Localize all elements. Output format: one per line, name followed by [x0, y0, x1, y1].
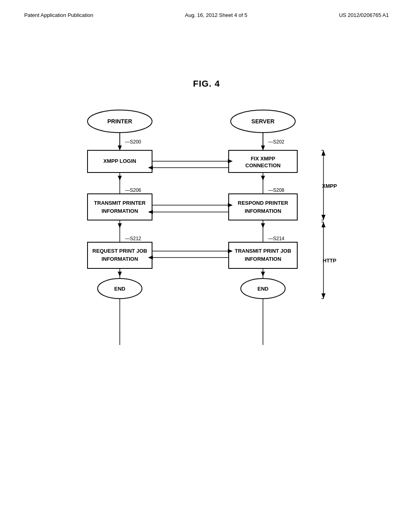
svg-text:REQUEST PRINT JOB: REQUEST PRINT JOB	[92, 248, 147, 254]
svg-text:PRINTER: PRINTER	[107, 118, 132, 125]
svg-text:HTTP: HTTP	[323, 258, 336, 264]
svg-marker-52	[261, 272, 265, 276]
svg-marker-49	[118, 272, 122, 276]
svg-text:INFORMATION: INFORMATION	[245, 208, 282, 214]
svg-marker-21	[118, 176, 122, 181]
svg-text:―S206: ―S206	[125, 187, 141, 193]
svg-text:―S200: ―S200	[125, 139, 141, 145]
svg-rect-23	[88, 194, 152, 220]
svg-marker-58	[321, 150, 325, 156]
svg-rect-37	[88, 242, 152, 268]
svg-marker-64	[321, 222, 325, 227]
svg-text:TRANSMIT PRINTER: TRANSMIT PRINTER	[94, 200, 146, 206]
svg-text:XMPP: XMPP	[322, 183, 337, 189]
svg-text:INFORMATION: INFORMATION	[102, 256, 138, 262]
svg-rect-42	[229, 242, 297, 268]
diagram-container: PRINTER SERVER ―S200 XMPP LOGIN ―S202 FI…	[49, 105, 364, 379]
svg-marker-12	[261, 145, 265, 150]
svg-text:SERVER: SERVER	[251, 118, 274, 125]
svg-text:FIX XMPP: FIX XMPP	[251, 156, 275, 162]
svg-marker-59	[321, 215, 325, 220]
svg-marker-40	[261, 223, 265, 228]
svg-text:END: END	[114, 286, 125, 292]
svg-text:INFORMATION: INFORMATION	[245, 256, 282, 262]
page-header: Patent Application Publication Aug. 16, …	[0, 0, 413, 22]
svg-text:―S202: ―S202	[268, 139, 284, 145]
svg-rect-28	[229, 194, 297, 220]
svg-marker-35	[118, 223, 122, 228]
svg-text:―S212: ―S212	[125, 236, 141, 241]
svg-text:RESPOND PRINTER: RESPOND PRINTER	[238, 200, 289, 206]
svg-text:XMPP LOGIN: XMPP LOGIN	[103, 158, 136, 164]
svg-text:―S214: ―S214	[268, 236, 284, 241]
svg-text:END: END	[257, 286, 268, 292]
fig-title: FIG. 4	[0, 79, 413, 89]
header-left: Patent Application Publication	[24, 12, 93, 18]
diagram-svg: PRINTER SERVER ―S200 XMPP LOGIN ―S202 FI…	[49, 105, 364, 379]
svg-marker-26	[261, 176, 265, 181]
header-middle: Aug. 16, 2012 Sheet 4 of 5	[185, 12, 248, 18]
svg-text:TRANSMIT PRINT JOB: TRANSMIT PRINT JOB	[235, 248, 291, 254]
svg-text:CONNECTION: CONNECTION	[245, 162, 280, 168]
svg-text:INFORMATION: INFORMATION	[102, 208, 138, 214]
svg-text:―S208: ―S208	[268, 187, 284, 193]
svg-marker-7	[118, 145, 122, 150]
svg-marker-65	[321, 293, 325, 299]
header-right: US 2012/0206765 A1	[339, 12, 389, 18]
